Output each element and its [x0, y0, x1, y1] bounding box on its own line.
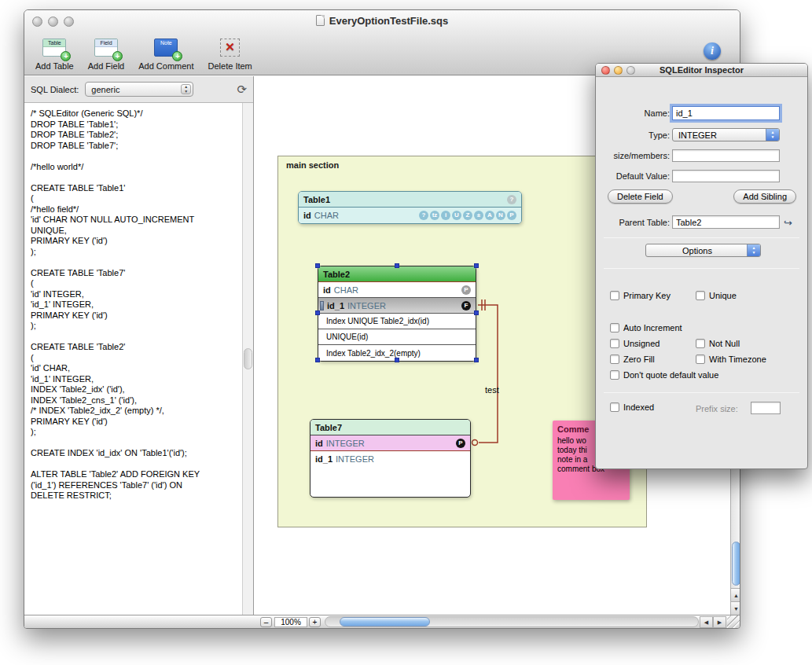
refresh-icon[interactable]: ⟳ — [237, 83, 247, 97]
zoom-in-button[interactable]: + — [309, 617, 321, 627]
indexed-checkbox[interactable]: Indexed — [610, 402, 654, 412]
checkbox-icon — [610, 355, 619, 364]
field-chip-label: Field — [95, 39, 117, 47]
prefix-size-label: Prefix size: — [696, 404, 738, 413]
index-row[interactable]: UNIQUE(id) — [318, 329, 476, 345]
vertical-scrollbar-thumb[interactable] — [732, 542, 740, 586]
status-bar: – 100% + ◀ ▶ — [24, 615, 740, 628]
dont-quote-label: Don't quote default value — [623, 370, 718, 380]
inspector-traffic-lights — [601, 66, 635, 75]
timezone-badge-icon: tz — [430, 211, 439, 220]
checkbox-icon — [610, 339, 619, 348]
sql-dialect-select[interactable]: generic ▲ ▼ — [85, 82, 193, 97]
down-arrow-icon: ▼ — [752, 251, 756, 255]
inspector-zoom-button[interactable] — [626, 66, 635, 75]
table-row[interactable]: id CHAR ? tz i U Z ± A N P — [299, 208, 521, 223]
unsigned-checkbox[interactable]: Unsigned — [610, 339, 660, 348]
sql-pane-scrollbar[interactable] — [242, 103, 253, 615]
selection-handle[interactable] — [315, 358, 320, 362]
selection-handle[interactable] — [315, 263, 320, 268]
add-field-button[interactable]: Field + Add Field — [88, 36, 124, 71]
add-comment-label: Add Comment — [138, 61, 193, 71]
checkbox-icon — [696, 291, 705, 300]
primarykey-badge-icon: P — [456, 439, 465, 448]
delete-item-icon: ✕ — [220, 36, 240, 58]
inspector-minimize-button[interactable] — [614, 66, 623, 75]
info-button[interactable]: i — [704, 42, 721, 60]
horizontal-scrollbar-thumb[interactable] — [340, 617, 430, 626]
unique-checkbox[interactable]: Unique — [696, 291, 737, 300]
jump-to-parent-icon[interactable]: ↪ — [784, 217, 792, 229]
selection-handle[interactable] — [474, 263, 479, 268]
sql-source-text[interactable]: /* SQLEditor (Generic SQL)*/ DROP TABLE … — [24, 103, 242, 615]
table1-title: Table1 — [303, 195, 330, 204]
delete-x-icon: ✕ — [225, 40, 235, 54]
scroll-right-button[interactable]: ▶ — [713, 616, 726, 628]
name-field[interactable] — [672, 106, 780, 120]
drag-handle[interactable] — [320, 301, 324, 310]
add-comment-icon: Note + — [154, 36, 178, 58]
plus-icon: + — [172, 51, 182, 61]
table-row-selected[interactable]: id_1 INTEGER F — [318, 298, 476, 314]
zero-fill-checkbox[interactable]: Zero Fill — [610, 355, 655, 364]
table7[interactable]: Table7 id INTEGER P id_1 INTEGER — [310, 419, 471, 498]
indexed-label: Indexed — [623, 402, 654, 412]
delete-field-button[interactable]: Delete Field — [608, 189, 673, 204]
table-row[interactable]: id_1 INTEGER — [310, 451, 470, 467]
inspector-title-bar: SQLEditor Inspector — [596, 64, 807, 77]
type-select[interactable]: INTEGER ▲ ▼ — [672, 128, 780, 141]
options-select[interactable]: Options ▲ ▼ — [645, 244, 761, 257]
primarykey-badge-icon: P — [507, 211, 516, 220]
prefix-size-field[interactable] — [751, 402, 781, 414]
horizontal-scrollbar[interactable] — [325, 616, 699, 627]
add-table-button[interactable]: Table + Add Table — [35, 36, 74, 71]
table2[interactable]: Table2 id CHAR P id_1 INTEGER F Index — [318, 266, 476, 362]
scroll-down-button[interactable]: ▼ — [731, 601, 740, 615]
default-value-label: Default Value: — [597, 171, 670, 181]
index-row[interactable]: Index UNIQUE Table2_idx(id) — [318, 314, 476, 329]
sql-dialect-label: SQL Dialect: — [31, 85, 79, 94]
dont-quote-checkbox[interactable]: Don't quote default value — [610, 370, 718, 380]
table1-header[interactable]: Table1 ? — [299, 192, 521, 208]
table-row[interactable]: id INTEGER P — [310, 435, 470, 451]
default-value-field[interactable] — [672, 170, 780, 182]
selection-handle[interactable] — [395, 358, 399, 362]
table1[interactable]: Table1 ? id CHAR ? tz i U Z ± A — [298, 191, 522, 224]
sql-pane-scrollbar-thumb[interactable] — [244, 348, 252, 369]
with-timezone-checkbox[interactable]: With Timezone — [696, 355, 766, 364]
auto-increment-checkbox[interactable]: Auto Increment — [610, 323, 682, 332]
size-members-field[interactable] — [672, 149, 780, 162]
down-arrow-icon: ▼ — [771, 135, 775, 139]
not-null-checkbox[interactable]: Not Null — [696, 339, 740, 348]
delete-item-button[interactable]: ✕ Delete Item — [208, 36, 252, 71]
table-chip-label: Table — [43, 39, 65, 47]
type-value: INTEGER — [678, 130, 717, 140]
selection-handle[interactable] — [474, 358, 479, 362]
delete-item-label: Delete Item — [208, 61, 252, 71]
parent-table-field[interactable] — [672, 215, 780, 229]
selection-handle[interactable] — [315, 310, 320, 315]
primary-key-checkbox[interactable]: Primary Key — [610, 291, 671, 300]
selection-handle[interactable] — [474, 310, 479, 315]
table2-header[interactable]: Table2 — [318, 266, 476, 282]
resize-grip[interactable] — [727, 615, 740, 628]
foreignkey-badge-icon: F — [461, 301, 471, 310]
scroll-left-button[interactable]: ◀ — [700, 616, 713, 628]
add-comment-button[interactable]: Note + Add Comment — [138, 36, 193, 71]
selection-handle[interactable] — [395, 263, 399, 268]
table-row[interactable]: id CHAR P — [318, 282, 476, 298]
zoom-level: 100% — [274, 617, 307, 627]
scroll-up-button[interactable]: ▲ — [731, 588, 740, 601]
type-label: Type: — [597, 130, 670, 140]
sql-dialect-value: generic — [91, 85, 119, 94]
not-null-label: Not Null — [709, 339, 740, 348]
unique-badge-icon: U — [452, 211, 461, 220]
inspector-close-button[interactable] — [601, 66, 610, 75]
add-table-icon: Table + — [42, 36, 66, 58]
add-table-label: Add Table — [35, 61, 74, 71]
zoom-out-button[interactable]: – — [260, 617, 272, 627]
add-sibling-button[interactable]: Add Sibling — [733, 189, 796, 204]
unsigned-badge-icon: ± — [474, 211, 483, 220]
table7-header[interactable]: Table7 — [310, 420, 470, 435]
index-text: Index Table2_idx_2(empty) — [326, 349, 421, 358]
